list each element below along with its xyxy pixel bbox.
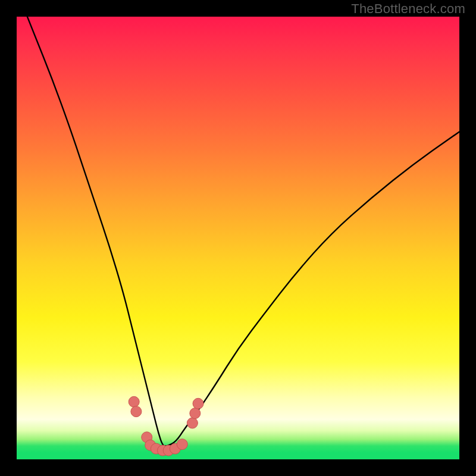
- data-marker: [129, 396, 139, 407]
- data-marker: [187, 418, 198, 428]
- data-marker: [177, 439, 187, 450]
- marker-group: [129, 396, 203, 456]
- data-marker: [190, 408, 201, 419]
- data-marker: [193, 398, 203, 409]
- plot-area: [17, 17, 459, 459]
- chart-frame: TheBottleneck.com: [0, 0, 476, 476]
- data-marker: [131, 406, 142, 417]
- watermark-text: TheBottleneck.com: [351, 1, 465, 17]
- markers-svg: [17, 17, 459, 459]
